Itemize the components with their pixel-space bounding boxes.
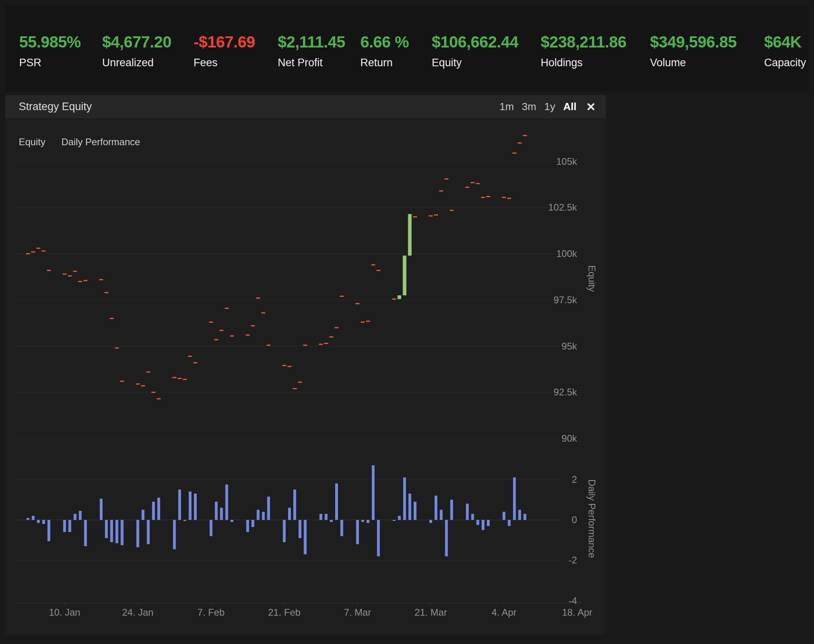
legend-equity[interactable]: Equity xyxy=(19,136,45,148)
svg-text:24. Jan: 24. Jan xyxy=(122,607,154,618)
stat-net-profit: $2,111.45 Net Profit xyxy=(278,33,345,69)
stat-capacity-label: Capacity xyxy=(764,57,806,69)
stat-volume-label: Volume xyxy=(650,57,737,69)
svg-text:95k: 95k xyxy=(561,341,577,352)
panel-header: Strategy Equity 1m 3m 1y All ✕ xyxy=(5,95,606,119)
stat-psr-value: 55.985% xyxy=(19,33,81,51)
range-3m[interactable]: 3m xyxy=(522,101,536,113)
stat-equity-value: $106,662.44 xyxy=(432,33,518,51)
stat-return-label: Return xyxy=(360,57,409,69)
stat-return: 6.66 % Return xyxy=(360,33,409,69)
range-all[interactable]: All xyxy=(563,101,576,113)
range-1m[interactable]: 1m xyxy=(500,101,514,113)
svg-text:2: 2 xyxy=(572,474,577,485)
stat-equity: $106,662.44 Equity xyxy=(432,33,518,69)
svg-text:Equity: Equity xyxy=(587,265,597,292)
panel-title: Strategy Equity xyxy=(19,101,92,113)
stat-unrealized-label: Unrealized xyxy=(102,57,171,69)
svg-text:18. Apr: 18. Apr xyxy=(562,607,593,618)
stat-fees-label: Fees xyxy=(194,57,255,69)
svg-text:21. Feb: 21. Feb xyxy=(268,607,300,618)
svg-text:97.5k: 97.5k xyxy=(553,294,577,305)
stat-unrealized-value: $4,677.20 xyxy=(102,33,171,51)
stat-psr-label: PSR xyxy=(19,57,81,69)
stat-fees-value: -$167.69 xyxy=(194,33,255,51)
svg-text:-4: -4 xyxy=(569,595,577,606)
svg-text:100k: 100k xyxy=(556,248,577,259)
stat-equity-label: Equity xyxy=(432,57,518,69)
svg-text:10. Jan: 10. Jan xyxy=(49,607,80,618)
svg-text:7. Feb: 7. Feb xyxy=(198,607,225,618)
svg-text:102.5k: 102.5k xyxy=(548,202,577,213)
svg-text:7. Mar: 7. Mar xyxy=(344,607,371,618)
legend-daily-performance[interactable]: Daily Performance xyxy=(61,136,140,148)
stat-net-profit-label: Net Profit xyxy=(278,57,345,69)
svg-text:92.5k: 92.5k xyxy=(553,387,577,397)
svg-text:90k: 90k xyxy=(561,433,577,444)
stat-volume-value: $349,596.85 xyxy=(650,33,737,51)
stat-capacity-value: $64K xyxy=(764,33,806,51)
stat-capacity: $64K Capacity xyxy=(764,33,806,69)
svg-text:Daily Performance: Daily Performance xyxy=(587,479,597,558)
svg-text:105k: 105k xyxy=(556,156,577,167)
stat-return-value: 6.66 % xyxy=(360,33,409,51)
svg-text:4. Apr: 4. Apr xyxy=(492,607,517,618)
panel-body: Equity Daily Performance 105k102.5k100k9… xyxy=(5,119,606,634)
stat-psr: 55.985% PSR xyxy=(19,33,81,69)
stat-volume: $349,596.85 Volume xyxy=(650,33,737,69)
stat-holdings: $238,211.86 Holdings xyxy=(541,33,626,69)
stat-holdings-value: $238,211.86 xyxy=(541,33,626,51)
page: 55.985% PSR $4,677.20 Unrealized -$167.6… xyxy=(0,0,814,644)
strategy-equity-panel: Strategy Equity 1m 3m 1y All ✕ Equity Da… xyxy=(5,95,606,634)
range-selector: 1m 3m 1y All xyxy=(500,101,577,113)
stat-holdings-label: Holdings xyxy=(541,57,626,69)
svg-text:0: 0 xyxy=(572,514,577,525)
stat-unrealized: $4,677.20 Unrealized xyxy=(102,33,171,69)
chart-legend: Equity Daily Performance xyxy=(19,136,140,148)
svg-text:-2: -2 xyxy=(569,555,577,565)
strategy-equity-chart[interactable]: 105k102.5k100k97.5k95k92.5k90k20-2-410. … xyxy=(5,119,606,634)
close-icon[interactable]: ✕ xyxy=(586,100,596,114)
stat-fees: -$167.69 Fees xyxy=(194,33,255,69)
range-1y[interactable]: 1y xyxy=(544,101,555,113)
stat-net-profit-value: $2,111.45 xyxy=(278,33,345,51)
svg-text:21. Mar: 21. Mar xyxy=(415,607,447,618)
stats-bar: 55.985% PSR $4,677.20 Unrealized -$167.6… xyxy=(5,5,809,91)
